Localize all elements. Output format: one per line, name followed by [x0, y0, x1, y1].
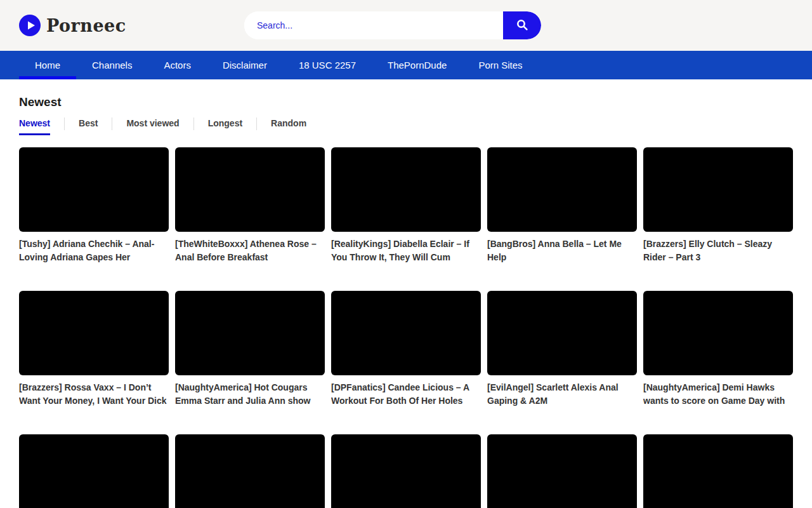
video-card: [RealityKings] Diabella Eclair – If You …	[331, 147, 481, 264]
video-thumbnail[interactable]	[19, 434, 169, 508]
video-title[interactable]: [DPFanatics] Candee Licious – A Workout …	[331, 381, 481, 408]
video-title[interactable]: [BangBros] Anna Bella – Let Me Help	[487, 237, 637, 264]
video-card	[19, 434, 169, 508]
video-card: [Brazzers] Rossa Vaxx – I Don’t Want You…	[19, 291, 169, 408]
nav-item-porn-sites[interactable]: Porn Sites	[462, 51, 538, 79]
video-card	[643, 434, 793, 508]
site-header: Porneec	[0, 0, 812, 51]
nav-item-disclaimer[interactable]: Disclaimer	[207, 51, 283, 79]
nav-item-actors[interactable]: Actors	[148, 51, 207, 79]
video-title[interactable]: [RealityKings] Diabella Eclair – If You …	[331, 237, 481, 264]
video-card: [DPFanatics] Candee Licious – A Workout …	[331, 291, 481, 408]
tab-most-viewed[interactable]: Most viewed	[126, 118, 179, 135]
tab-random[interactable]: Random	[271, 118, 306, 135]
video-card	[331, 434, 481, 508]
video-thumbnail[interactable]	[643, 147, 793, 232]
video-card	[175, 434, 325, 508]
video-thumbnail[interactable]	[331, 291, 481, 375]
video-card: [EvilAngel] Scarlett Alexis Anal Gaping …	[487, 291, 637, 408]
nav-item-channels[interactable]: Channels	[76, 51, 148, 79]
video-card	[487, 434, 637, 508]
video-thumbnail[interactable]	[331, 434, 481, 508]
main-content: Newest Newest Best Most viewed Longest R…	[0, 95, 812, 508]
video-title[interactable]: [EvilAngel] Scarlett Alexis Anal Gaping …	[487, 381, 637, 408]
video-card: [NaughtyAmerica] Hot Cougars Emma Starr …	[175, 291, 325, 408]
nav-item-18usc2257[interactable]: 18 USC 2257	[283, 51, 372, 79]
video-card: [Brazzers] Elly Clutch – Sleazy Rider – …	[643, 147, 793, 264]
video-thumbnail[interactable]	[487, 147, 637, 232]
video-thumbnail[interactable]	[175, 434, 325, 508]
video-thumbnail[interactable]	[643, 434, 793, 508]
video-thumbnail[interactable]	[175, 147, 325, 232]
video-grid: [Tushy] Adriana Chechik – Anal-Loving Ad…	[19, 147, 793, 508]
tab-best[interactable]: Best	[79, 118, 98, 135]
search-form	[244, 11, 541, 39]
video-thumbnail[interactable]	[643, 291, 793, 375]
video-thumbnail[interactable]	[487, 291, 637, 375]
tab-divider	[256, 117, 257, 130]
video-card: [Tushy] Adriana Chechik – Anal-Loving Ad…	[19, 147, 169, 264]
search-input[interactable]	[244, 11, 503, 39]
tab-divider	[193, 117, 194, 130]
video-title[interactable]: [Brazzers] Elly Clutch – Sleazy Rider – …	[643, 237, 793, 264]
sort-tabs: Newest Best Most viewed Longest Random	[19, 117, 793, 135]
video-title[interactable]: [NaughtyAmerica] Hot Cougars Emma Starr …	[175, 381, 325, 408]
video-title[interactable]: [NaughtyAmerica] Demi Hawks wants to sco…	[643, 381, 793, 408]
search-button[interactable]	[503, 11, 541, 39]
nav-item-home[interactable]: Home	[19, 51, 76, 79]
video-title[interactable]: [Tushy] Adriana Chechik – Anal-Loving Ad…	[19, 237, 169, 264]
nav-item-theporndude[interactable]: ThePornDude	[372, 51, 462, 79]
video-thumbnail[interactable]	[487, 434, 637, 508]
video-title[interactable]: [Brazzers] Rossa Vaxx – I Don’t Want You…	[19, 381, 169, 408]
video-thumbnail[interactable]	[175, 291, 325, 375]
tab-divider	[64, 117, 65, 130]
page-title: Newest	[19, 95, 793, 109]
video-card: [NaughtyAmerica] Demi Hawks wants to sco…	[643, 291, 793, 408]
video-title[interactable]: [TheWhiteBoxxx] Athenea Rose – Anal Befo…	[175, 237, 325, 264]
video-card: [TheWhiteBoxxx] Athenea Rose – Anal Befo…	[175, 147, 325, 264]
main-nav: Home Channels Actors Disclaimer 18 USC 2…	[0, 51, 812, 79]
video-thumbnail[interactable]	[331, 147, 481, 232]
play-icon	[19, 15, 41, 36]
video-card: [BangBros] Anna Bella – Let Me Help	[487, 147, 637, 264]
logo-text: Porneec	[46, 16, 126, 36]
tab-longest[interactable]: Longest	[208, 118, 242, 135]
video-thumbnail[interactable]	[19, 291, 169, 375]
tab-newest[interactable]: Newest	[19, 118, 50, 135]
video-thumbnail[interactable]	[19, 147, 169, 232]
tab-divider	[112, 117, 112, 130]
magnifier-icon	[514, 17, 530, 34]
logo[interactable]: Porneec	[19, 15, 126, 36]
